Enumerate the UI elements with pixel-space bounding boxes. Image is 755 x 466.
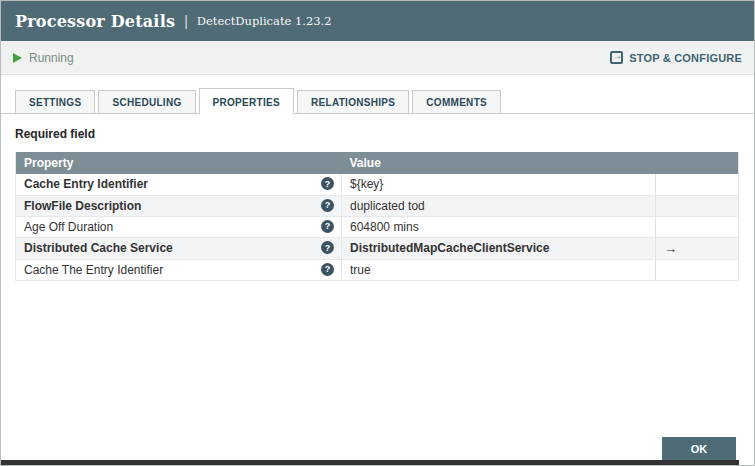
property-name: Age Off Duration bbox=[24, 220, 113, 234]
status-bar: Running STOP & CONFIGURE bbox=[1, 41, 754, 75]
goto-cell bbox=[656, 174, 739, 195]
stop-configure-button[interactable]: STOP & CONFIGURE bbox=[610, 51, 742, 64]
tab-properties[interactable]: PROPERTIES bbox=[199, 88, 294, 114]
title-separator: | bbox=[184, 13, 188, 29]
stop-configure-label: STOP & CONFIGURE bbox=[629, 52, 742, 64]
ok-button[interactable]: OK bbox=[662, 437, 736, 460]
dialog-title: Processor Details bbox=[15, 12, 175, 31]
play-icon bbox=[13, 53, 22, 63]
property-value[interactable]: ${key} bbox=[342, 174, 656, 195]
property-value[interactable]: duplicated tod bbox=[342, 195, 656, 216]
property-name: Distributed Cache Service bbox=[24, 241, 173, 255]
tab-settings[interactable]: SETTINGS bbox=[15, 90, 95, 114]
table-header-row: Property Value bbox=[16, 152, 739, 174]
property-value[interactable]: true bbox=[342, 259, 656, 280]
goto-cell bbox=[656, 216, 739, 237]
help-icon[interactable]: ? bbox=[321, 241, 334, 254]
run-status: Running bbox=[13, 51, 74, 65]
property-name: Cache The Entry Identifier bbox=[24, 263, 163, 277]
property-name: FlowFile Description bbox=[24, 199, 141, 213]
goto-service-button[interactable]: → bbox=[656, 237, 739, 259]
column-header-value: Value bbox=[342, 152, 656, 174]
property-value[interactable]: DistributedMapCacheClientService bbox=[342, 237, 656, 259]
table-row: Age Off Duration ? 604800 mins bbox=[16, 216, 739, 237]
processor-details-dialog: Processor Details | DetectDuplicate 1.23… bbox=[0, 0, 755, 466]
dialog-header: Processor Details | DetectDuplicate 1.23… bbox=[1, 1, 754, 41]
run-status-label: Running bbox=[29, 51, 74, 65]
column-header-property: Property bbox=[16, 152, 342, 174]
goto-cell bbox=[656, 259, 739, 280]
help-icon[interactable]: ? bbox=[321, 220, 334, 233]
tab-comments[interactable]: COMMENTS bbox=[412, 90, 501, 114]
stop-configure-icon bbox=[610, 51, 623, 64]
column-header-goto bbox=[656, 152, 739, 174]
processor-name: DetectDuplicate 1.23.2 bbox=[197, 14, 332, 28]
help-icon[interactable]: ? bbox=[321, 177, 334, 190]
dialog-bottom-edge bbox=[1, 460, 739, 465]
table-row: FlowFile Description ? duplicated tod bbox=[16, 195, 739, 216]
tab-bar: SETTINGS SCHEDULING PROPERTIES RELATIONS… bbox=[1, 88, 754, 114]
help-icon[interactable]: ? bbox=[321, 199, 334, 212]
tab-scheduling[interactable]: SCHEDULING bbox=[98, 90, 195, 114]
property-value[interactable]: 604800 mins bbox=[342, 216, 656, 237]
property-name: Cache Entry Identifier bbox=[24, 177, 148, 191]
tab-relationships[interactable]: RELATIONSHIPS bbox=[297, 90, 409, 114]
required-field-label: Required field bbox=[15, 127, 740, 141]
properties-table: Property Value Cache Entry Identifier ? … bbox=[15, 152, 739, 281]
table-row: Cache Entry Identifier ? ${key} bbox=[16, 174, 739, 195]
table-row: Cache The Entry Identifier ? true bbox=[16, 259, 739, 280]
goto-cell bbox=[656, 195, 739, 216]
table-row: Distributed Cache Service ? DistributedM… bbox=[16, 237, 739, 259]
help-icon[interactable]: ? bbox=[321, 263, 334, 276]
